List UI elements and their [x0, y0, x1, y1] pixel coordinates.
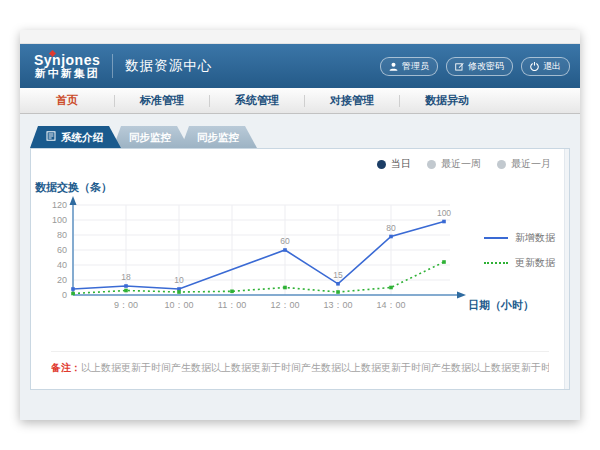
svg-text:15: 15: [333, 270, 343, 280]
svg-text:60: 60: [280, 236, 290, 246]
header-divider: [112, 54, 113, 78]
svg-text:120: 120: [52, 200, 67, 210]
radio-unselected-icon: [497, 160, 506, 169]
page-title: 数据资源中心: [125, 57, 212, 75]
radio-selected-icon: [377, 160, 386, 169]
svg-text:80: 80: [57, 230, 67, 240]
tab-sync-monitor-2-label: 同步监控: [197, 126, 239, 148]
tab-system-intro-label: 系统介绍: [61, 126, 103, 148]
edit-icon: [455, 62, 464, 71]
filter-last-month[interactable]: 最近一月: [497, 157, 551, 171]
line-chart: 0204060801001209：0010：0011：0012：0013：001…: [33, 179, 543, 337]
svg-text:11：00: 11：00: [218, 300, 246, 310]
legend-item-new-data[interactable]: 新增数据: [484, 231, 555, 245]
change-password-label: 修改密码: [468, 60, 504, 73]
logout-button[interactable]: 退出: [521, 57, 570, 76]
svg-text:14：00: 14：00: [376, 300, 405, 310]
tab-sync-monitor-1[interactable]: 同步监控: [113, 126, 189, 148]
tab-bar: 系统介绍 同步监控 同步监控: [30, 126, 580, 148]
tab-system-intro[interactable]: 系统介绍: [30, 126, 121, 148]
svg-text:10: 10: [174, 275, 184, 285]
app-window: Synjones 新中新集团 数据资源中心 管理员 修改密码: [20, 30, 580, 420]
header-actions: 管理员 修改密码 退出: [380, 44, 570, 88]
chart-legend: 新增数据 更新数据: [484, 231, 555, 270]
footnote-text: 以上数据更新于时间产生数据以上数据更新于时间产生数据以上数据更新于时间产生数据以…: [81, 362, 549, 373]
filter-today-label: 当日: [391, 157, 411, 171]
change-password-button[interactable]: 修改密码: [446, 57, 513, 76]
filter-last-week[interactable]: 最近一周: [427, 157, 481, 171]
svg-text:0: 0: [62, 290, 67, 300]
filter-today[interactable]: 当日: [377, 157, 411, 171]
admin-user-label: 管理员: [402, 60, 429, 73]
tab-sync-monitor-1-label: 同步监控: [129, 126, 171, 148]
svg-text:18: 18: [121, 272, 131, 282]
svg-text:数据交换（条）: 数据交换（条）: [34, 181, 112, 194]
svg-text:80: 80: [386, 223, 396, 233]
window-top-strip: [20, 30, 580, 44]
filter-last-week-label: 最近一周: [441, 157, 481, 171]
logout-label: 退出: [543, 60, 561, 73]
svg-text:100: 100: [437, 208, 451, 218]
nav-item-home[interactable]: 首页: [20, 93, 114, 108]
content-panel: 当日 最近一周 最近一月 0204060801001209：0010：0011：…: [30, 148, 570, 390]
radio-unselected-icon: [427, 160, 436, 169]
admin-user-button[interactable]: 管理员: [380, 57, 438, 76]
svg-text:20: 20: [57, 275, 67, 285]
nav-item-interface-mgmt[interactable]: 对接管理: [305, 93, 399, 108]
footnote-prefix: 备注：: [51, 362, 81, 373]
svg-text:40: 40: [57, 260, 67, 270]
user-icon: [389, 62, 398, 71]
footnote: 备注：以上数据更新于时间产生数据以上数据更新于时间产生数据以上数据更新于时间产生…: [51, 351, 549, 375]
svg-text:13：00: 13：00: [323, 300, 352, 310]
svg-text:100: 100: [52, 215, 67, 225]
time-range-filters: 当日 最近一周 最近一月: [377, 157, 551, 171]
chart-area: 0204060801001209：0010：0011：0012：0013：001…: [33, 179, 543, 341]
svg-text:60: 60: [57, 245, 67, 255]
company-logo: Synjones 新中新集团: [34, 53, 100, 79]
logo-brand-text: Synjones: [34, 53, 100, 68]
legend-update-data-label: 更新数据: [515, 256, 555, 270]
solid-line-swatch-icon: [484, 237, 508, 239]
app-header: Synjones 新中新集团 数据资源中心 管理员 修改密码: [20, 44, 580, 88]
nav-item-system-mgmt[interactable]: 系统管理: [210, 93, 304, 108]
logo-company-text: 新中新集团: [34, 68, 100, 80]
svg-text:12：00: 12：00: [270, 300, 299, 310]
filter-last-month-label: 最近一月: [511, 157, 551, 171]
document-icon: [46, 126, 56, 148]
legend-new-data-label: 新增数据: [515, 231, 555, 245]
panel-scrollbar[interactable]: [564, 149, 569, 389]
power-icon: [530, 62, 539, 71]
svg-text:10：00: 10：00: [164, 300, 193, 310]
legend-item-update-data[interactable]: 更新数据: [484, 256, 555, 270]
dotted-line-swatch-icon: [484, 262, 508, 264]
main-nav: 首页 标准管理 系统管理 对接管理 数据异动: [20, 88, 580, 114]
nav-item-data-change[interactable]: 数据异动: [400, 93, 494, 108]
nav-item-standard-mgmt[interactable]: 标准管理: [115, 93, 209, 108]
tab-sync-monitor-2[interactable]: 同步监控: [181, 126, 257, 148]
svg-text:9：00: 9：00: [114, 300, 138, 310]
svg-text:日期（小时）: 日期（小时）: [468, 299, 534, 312]
